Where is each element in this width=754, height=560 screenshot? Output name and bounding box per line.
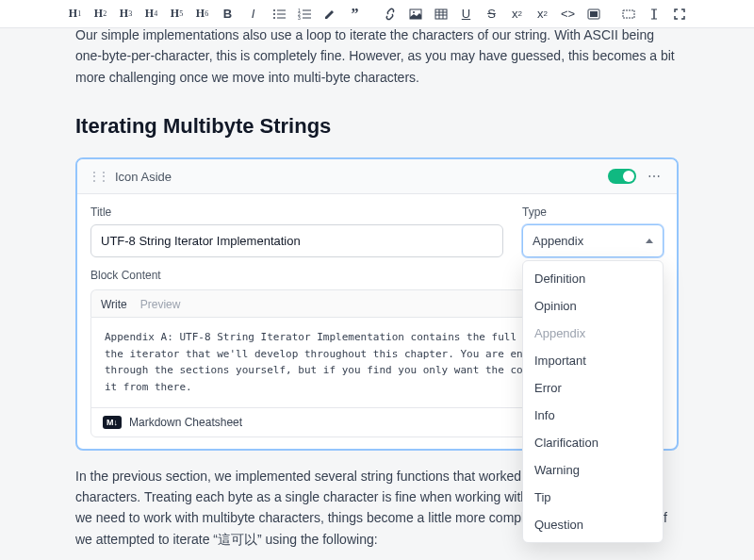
svg-rect-20 [590, 11, 598, 17]
dropdown-option-error[interactable]: Error [523, 374, 663, 402]
title-field: Title [90, 206, 503, 257]
image-button[interactable] [407, 6, 424, 23]
superscript-button[interactable]: x2 [509, 6, 526, 23]
block-type-label: Icon Aside [115, 170, 600, 184]
insert-block-button[interactable] [620, 6, 637, 23]
numbered-list-button[interactable]: 123 [296, 6, 313, 23]
underline-button[interactable]: U [458, 6, 475, 23]
blockquote-button[interactable]: ” [347, 6, 364, 23]
tab-preview[interactable]: Preview [140, 298, 181, 311]
svg-point-4 [273, 17, 275, 19]
heading-6-button[interactable]: H6 [194, 6, 211, 23]
dropdown-option-question[interactable]: Question [523, 511, 663, 538]
svg-rect-14 [435, 9, 447, 19]
bulleted-list-button[interactable] [270, 6, 287, 23]
subscript-button[interactable]: x2 [534, 6, 551, 23]
heading-5-button[interactable]: H5 [169, 6, 186, 23]
drag-handle-icon[interactable]: ⋮⋮ [89, 170, 107, 183]
embed-button[interactable] [585, 6, 602, 23]
dropdown-option-important[interactable]: Important [523, 347, 663, 374]
type-dropdown: Definition Opinion Appendix Important Er… [522, 260, 664, 543]
strikethrough-button[interactable]: S [484, 6, 500, 23]
title-input[interactable] [90, 224, 503, 257]
dropdown-option-info[interactable]: Info [523, 402, 663, 429]
italic-button[interactable]: I [245, 6, 262, 23]
section-heading[interactable]: Iterating Multibyte Strings [75, 114, 679, 139]
svg-rect-21 [623, 10, 634, 18]
svg-point-13 [413, 11, 415, 13]
svg-rect-11 [303, 17, 311, 18]
dropdown-option-definition[interactable]: Definition [523, 265, 663, 292]
type-select[interactable]: Appendix [522, 224, 664, 257]
dropdown-option-tip[interactable]: Tip [523, 484, 663, 511]
dropdown-option-clarification[interactable]: Clarification [523, 429, 663, 456]
bold-button[interactable]: B [220, 6, 237, 23]
type-selected-value: Appendix [533, 234, 583, 248]
heading-1-button[interactable]: H1 [67, 6, 84, 23]
heading-2-button[interactable]: H2 [92, 6, 109, 23]
title-label: Title [90, 206, 503, 219]
svg-text:3: 3 [298, 15, 301, 21]
markdown-badge-icon: M↓ [103, 416, 122, 429]
svg-rect-5 [277, 17, 286, 18]
visibility-toggle[interactable] [608, 169, 636, 184]
type-field: Type Appendix Definition Opinion Appendi… [522, 206, 664, 257]
tab-write[interactable]: Write [101, 298, 127, 311]
svg-point-0 [273, 9, 275, 11]
dropdown-option-opinion[interactable]: Opinion [523, 292, 663, 320]
svg-rect-9 [303, 13, 311, 14]
svg-rect-3 [277, 13, 286, 14]
type-label: Type [522, 206, 664, 219]
editor-content-area: Our simple implementations also use a lo… [60, 25, 694, 560]
svg-rect-1 [277, 9, 286, 10]
fullscreen-button[interactable] [671, 6, 688, 23]
code-button[interactable]: <> [560, 6, 577, 23]
highlight-button[interactable] [321, 6, 338, 23]
svg-rect-7 [303, 9, 311, 10]
icon-aside-block: ⋮⋮ Icon Aside ⋯ Title Type Appendix [75, 157, 679, 450]
markdown-cheatsheet-link[interactable]: Markdown Cheatsheet [129, 416, 242, 429]
heading-4-button[interactable]: H4 [143, 6, 160, 23]
chevron-up-icon [646, 239, 653, 243]
block-menu-button[interactable]: ⋯ [644, 167, 665, 186]
dropdown-option-appendix[interactable]: Appendix [523, 320, 663, 347]
heading-3-button[interactable]: H3 [118, 6, 135, 23]
table-button[interactable] [433, 6, 450, 23]
dropdown-option-warning[interactable]: Warning [523, 456, 663, 484]
link-button[interactable] [382, 6, 399, 23]
paragraph-text[interactable]: Our simple implementations also use a lo… [75, 25, 679, 88]
svg-point-2 [273, 13, 275, 15]
cursor-button[interactable] [646, 6, 663, 23]
block-header: ⋮⋮ Icon Aside ⋯ [77, 159, 677, 194]
